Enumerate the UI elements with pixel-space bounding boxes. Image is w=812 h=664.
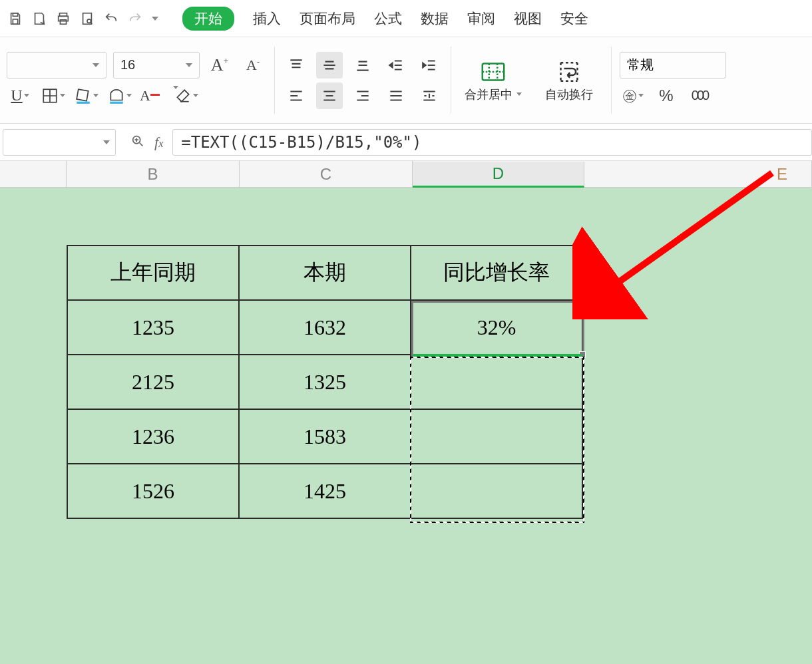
wrap-text-label: 自动换行 bbox=[545, 86, 593, 102]
header-current-period[interactable]: 本期 bbox=[239, 246, 411, 300]
cell-b-3[interactable]: 1236 bbox=[67, 409, 239, 464]
number-group: 常规 ㊎ % 000 bbox=[617, 52, 729, 109]
wrap-text-button[interactable]: 自动换行 bbox=[532, 59, 606, 102]
cell-d-3[interactable] bbox=[411, 409, 582, 464]
decrease-font-icon[interactable]: A- bbox=[240, 52, 266, 79]
font-size-dropdown[interactable]: 16 bbox=[113, 52, 200, 79]
formula-input[interactable]: =TEXT((C15-B15)/B15,"0%") bbox=[172, 129, 812, 156]
percent-icon[interactable]: % bbox=[653, 83, 680, 109]
name-box[interactable] bbox=[3, 129, 116, 156]
fx-icon[interactable]: fx bbox=[154, 134, 163, 151]
zoom-formula-icon[interactable] bbox=[130, 134, 145, 151]
svg-rect-9 bbox=[77, 101, 90, 103]
table-row: 2125 1325 bbox=[67, 355, 582, 409]
cell-style-icon[interactable] bbox=[106, 83, 133, 109]
increase-indent-icon[interactable] bbox=[416, 52, 443, 79]
font-name-dropdown[interactable] bbox=[7, 52, 106, 79]
save-as-icon[interactable] bbox=[28, 7, 51, 30]
quick-access-toolbar: 开始 插入 页面布局 公式 数据 审阅 视图 安全 bbox=[0, 0, 812, 37]
increase-font-icon[interactable]: A+ bbox=[206, 52, 233, 79]
column-header-a[interactable] bbox=[0, 161, 67, 187]
column-header-e[interactable]: E bbox=[584, 161, 812, 187]
align-bottom-icon[interactable] bbox=[349, 52, 376, 79]
cell-d-2[interactable] bbox=[411, 355, 582, 409]
save-icon[interactable] bbox=[4, 7, 27, 30]
undo-icon[interactable] bbox=[100, 7, 122, 30]
fill-color-icon[interactable] bbox=[73, 83, 100, 109]
column-header-c[interactable]: C bbox=[240, 161, 413, 187]
svg-rect-0 bbox=[13, 13, 17, 16]
print-preview-icon[interactable] bbox=[76, 7, 99, 30]
print-icon[interactable] bbox=[52, 7, 75, 30]
font-group: 16 A+ A- U A bbox=[4, 52, 269, 109]
number-format-dropdown[interactable]: 常规 bbox=[620, 52, 726, 79]
tab-review[interactable]: 审阅 bbox=[467, 9, 495, 28]
currency-icon[interactable]: ㊎ bbox=[620, 83, 646, 109]
column-header-d[interactable]: D bbox=[413, 162, 584, 188]
borders-icon[interactable] bbox=[40, 83, 67, 109]
cell-c-2[interactable]: 1325 bbox=[239, 355, 411, 409]
cell-c-3[interactable]: 1583 bbox=[239, 409, 411, 464]
cell-d-4[interactable] bbox=[411, 464, 582, 518]
spreadsheet-grid[interactable]: 上年同期 本期 同比增长率 1235 1632 32% 2125 1325 12… bbox=[0, 188, 812, 664]
tab-data[interactable]: 数据 bbox=[421, 9, 449, 28]
ribbon: 16 A+ A- U A bbox=[0, 37, 812, 124]
svg-rect-4 bbox=[60, 19, 66, 23]
ribbon-tabs: 开始 插入 页面布局 公式 数据 审阅 视图 安全 bbox=[182, 7, 588, 31]
customize-qat-icon[interactable] bbox=[148, 7, 162, 30]
cell-d-1[interactable]: 32% bbox=[411, 300, 582, 355]
number-format-value: 常规 bbox=[627, 56, 654, 74]
table-row: 1235 1632 32% bbox=[67, 300, 582, 355]
tab-insert[interactable]: 插入 bbox=[253, 9, 281, 28]
cell-c-1[interactable]: 1632 bbox=[239, 300, 411, 355]
header-growth-rate[interactable]: 同比增长率 bbox=[411, 246, 582, 300]
tab-page-layout[interactable]: 页面布局 bbox=[300, 9, 355, 28]
underline-icon[interactable]: U bbox=[7, 83, 33, 109]
cell-b-2[interactable]: 2125 bbox=[67, 355, 239, 409]
data-table: 上年同期 本期 同比增长率 1235 1632 32% 2125 1325 12… bbox=[67, 245, 583, 519]
merge-center-button[interactable]: 合并居中 bbox=[457, 59, 530, 102]
align-right-icon[interactable] bbox=[349, 83, 376, 109]
cell-b-4[interactable]: 1526 bbox=[67, 464, 239, 518]
svg-rect-8 bbox=[77, 89, 89, 101]
column-headers: B C D E bbox=[0, 161, 812, 188]
tab-security[interactable]: 安全 bbox=[560, 9, 588, 28]
redo-icon[interactable] bbox=[124, 7, 146, 30]
distribute-icon[interactable] bbox=[416, 83, 443, 109]
column-header-b[interactable]: B bbox=[67, 161, 240, 187]
decrease-indent-icon[interactable] bbox=[383, 52, 409, 79]
annotation-arrow-icon bbox=[572, 166, 785, 319]
align-left-icon[interactable] bbox=[283, 83, 309, 109]
font-color-icon[interactable]: A bbox=[140, 83, 166, 109]
align-center-icon[interactable] bbox=[316, 83, 343, 109]
formula-bar: fx =TEXT((C15-B15)/B15,"0%") bbox=[0, 124, 812, 161]
tab-view[interactable]: 视图 bbox=[514, 9, 542, 28]
formula-text: =TEXT((C15-B15)/B15,"0%") bbox=[181, 133, 421, 152]
svg-rect-10 bbox=[110, 101, 123, 103]
font-size-value: 16 bbox=[120, 57, 135, 73]
table-row: 1236 1583 bbox=[67, 409, 582, 464]
align-top-icon[interactable] bbox=[283, 52, 309, 79]
tab-formula[interactable]: 公式 bbox=[374, 9, 402, 28]
header-prev-period[interactable]: 上年同期 bbox=[67, 246, 239, 300]
alignment-group bbox=[280, 52, 445, 109]
table-row: 1526 1425 bbox=[67, 464, 582, 518]
svg-line-14 bbox=[599, 173, 772, 296]
svg-rect-1 bbox=[13, 19, 17, 23]
cell-c-4[interactable]: 1425 bbox=[239, 464, 411, 518]
cell-b-1[interactable]: 1235 bbox=[67, 300, 239, 355]
align-middle-icon[interactable] bbox=[316, 52, 343, 79]
justify-icon[interactable] bbox=[383, 83, 409, 109]
comma-icon[interactable]: 000 bbox=[686, 83, 713, 109]
merge-center-label: 合并居中 bbox=[465, 86, 512, 102]
tab-start[interactable]: 开始 bbox=[182, 7, 234, 31]
